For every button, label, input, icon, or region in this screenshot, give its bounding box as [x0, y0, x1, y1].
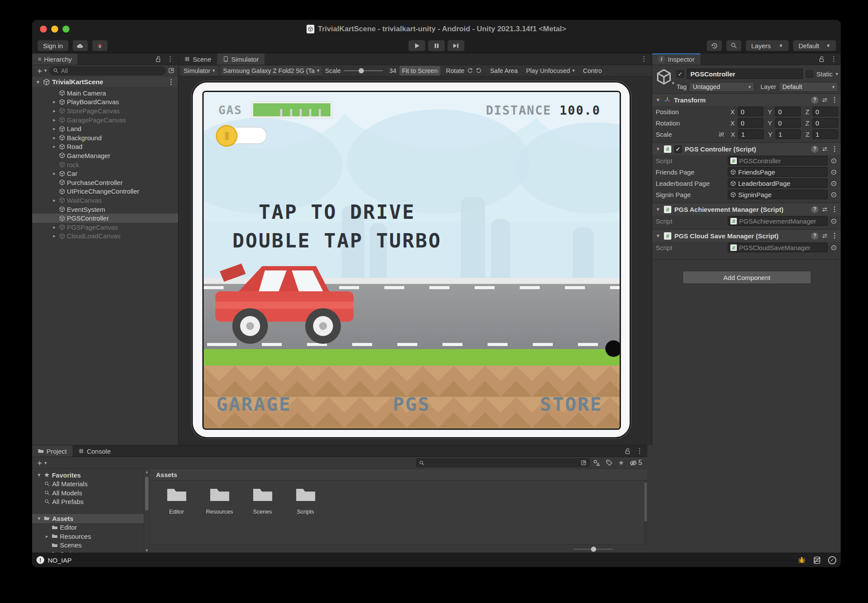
hierarchy-item[interactable]: ▸WaitCanvas — [32, 196, 178, 205]
assets-root-selected[interactable]: ▼ Assets — [32, 514, 144, 523]
layer-dropdown[interactable]: Default▾ — [779, 82, 838, 92]
scale-slider[interactable] — [344, 70, 383, 71]
expand-arrow-icon[interactable]: ▸ — [51, 233, 57, 239]
pause-button[interactable] — [428, 40, 445, 51]
scrollbar-thumb[interactable] — [145, 477, 149, 511]
expand-arrow-icon[interactable]: ▸ — [51, 108, 57, 114]
search-everywhere-button[interactable] — [726, 40, 742, 51]
rotation-z-field[interactable]: 0 — [812, 118, 838, 128]
label-filter-icon[interactable] — [606, 459, 613, 466]
presets-icon[interactable] — [822, 233, 828, 239]
pgs-button[interactable]: PGS — [393, 393, 431, 415]
hierarchy-item[interactable]: ▸PlayBoardCanvas — [32, 98, 178, 107]
foldout-icon[interactable]: ▼ — [656, 233, 661, 238]
create-asset-button[interactable]: ＋▾ — [36, 458, 47, 468]
presets-icon[interactable] — [822, 97, 828, 103]
create-gameobject-button[interactable]: ＋▾ — [36, 66, 47, 76]
project-search[interactable] — [416, 458, 590, 467]
rotation-y-field[interactable]: 0 — [775, 118, 801, 128]
hierarchy-item[interactable]: ▸UIPriceChangeController — [32, 187, 178, 196]
layers-dropdown[interactable]: Layers▼ — [746, 40, 789, 51]
cache-server-icon[interactable] — [813, 556, 821, 564]
favorites-item[interactable]: All Prefabs — [32, 498, 144, 507]
lock-icon[interactable] — [818, 56, 825, 63]
gameobject-name-field[interactable] — [687, 69, 803, 79]
constrain-proportions-icon[interactable] — [718, 131, 725, 138]
tab-hierarchy[interactable]: ≡ Hierarchy — [32, 53, 77, 65]
favorites-item[interactable]: All Materials — [32, 480, 144, 489]
component-header[interactable]: ▼ # PGS Achievement Manager (Script) ? ⋮ — [652, 203, 841, 215]
position-y-field[interactable]: 0 — [775, 107, 801, 116]
store-button[interactable]: STORE — [540, 393, 603, 415]
signin-page-field[interactable]: SigninPage — [728, 190, 828, 199]
panel-menu-icon[interactable]: ⋮ — [167, 56, 174, 63]
version-control-button[interactable] — [92, 40, 108, 51]
position-z-field[interactable]: 0 — [812, 107, 838, 116]
expand-arrow-icon[interactable]: ▸ — [51, 171, 57, 176]
foldout-icon[interactable]: ▼ — [656, 146, 661, 152]
lock-icon[interactable] — [155, 56, 162, 63]
expand-arrow-icon[interactable]: ▸ — [51, 198, 57, 203]
folder-tile[interactable]: Editor — [156, 484, 197, 515]
scene-root-row[interactable]: ▼ TrivialKartScene ⋮ — [32, 76, 178, 88]
device-dropdown[interactable]: Samsung Galaxy Z Fold2 5G (Ta▾ — [221, 66, 322, 76]
debugger-icon[interactable] — [798, 556, 806, 564]
hierarchy-item[interactable]: ▸GaragePageCanvas — [32, 115, 178, 125]
tree-folder[interactable]: ▸Resources — [32, 532, 144, 541]
simulator-viewport[interactable]: GAS DISTANCE 100.0 TAP TO DRIVE — [178, 77, 652, 445]
hierarchy-search-input[interactable] — [60, 67, 162, 75]
sign-in-button[interactable]: Sign in — [37, 40, 69, 51]
expand-arrow-icon[interactable]: ▸ — [51, 117, 57, 123]
foldout-icon[interactable]: ▼ — [36, 516, 42, 521]
component-menu-icon[interactable]: ⋮ — [831, 96, 838, 103]
hierarchy-item[interactable]: ▸StorePageCanvas — [32, 106, 178, 115]
tree-folder[interactable]: ▸Editor — [32, 523, 144, 532]
step-button[interactable] — [447, 40, 465, 51]
favorites-root[interactable]: ▼ ★ Favorites — [32, 471, 144, 480]
transform-header[interactable]: ▼ Transform ? ⋮ — [652, 94, 841, 106]
scale-z-field[interactable]: 1 — [812, 129, 838, 139]
folder-tile[interactable]: Scenes — [242, 484, 283, 515]
hierarchy-item-selected[interactable]: ▸PGSController — [32, 214, 178, 223]
thumbnail-size-slider[interactable] — [574, 549, 613, 550]
friends-page-field[interactable]: FriendsPage — [728, 167, 828, 177]
hierarchy-item[interactable]: ▸GameManager — [32, 151, 178, 160]
expand-arrow-icon[interactable]: ▸ — [51, 99, 57, 105]
coin-toggle[interactable] — [218, 127, 267, 144]
help-icon[interactable]: ? — [811, 96, 818, 104]
component-header[interactable]: ▼ # ✓ PGS Controller (Script) ? ⋮ — [652, 143, 841, 155]
gameobject-big-icon[interactable]: ▾ — [656, 69, 673, 86]
script-field[interactable]: #PGSCloudSaveManager — [728, 243, 828, 252]
presets-icon[interactable] — [822, 206, 828, 213]
foldout-icon[interactable]: ▼ — [36, 472, 42, 478]
undo-history-button[interactable] — [706, 40, 722, 51]
tag-dropdown[interactable]: Untagged▾ — [689, 82, 754, 92]
object-picker-icon[interactable]: ⊙ — [829, 243, 838, 252]
object-picker-icon[interactable]: ⊙ — [829, 168, 838, 177]
static-dropdown-icon[interactable]: ▾ — [835, 71, 838, 77]
expand-arrow-icon[interactable]: ▸ — [44, 534, 50, 539]
hierarchy-item[interactable]: ▸Main Camera — [32, 89, 178, 98]
object-picker-icon[interactable]: ⊙ — [829, 156, 838, 165]
scene-menu-icon[interactable]: ⋮ — [168, 79, 175, 86]
favorites-item[interactable]: All Models — [32, 488, 144, 498]
folder-tile[interactable]: Scripts — [285, 484, 326, 515]
assets-scrollbar[interactable] — [644, 481, 647, 544]
scrollbar-thumb[interactable] — [644, 482, 647, 521]
play-unfocused-dropdown[interactable]: Play Unfocused▾ — [523, 66, 577, 76]
scroll-down-arrow[interactable]: ▼ — [144, 548, 149, 553]
component-menu-icon[interactable]: ⋮ — [831, 206, 838, 213]
hierarchy-item[interactable]: ▸Car — [32, 169, 178, 178]
hierarchy-item[interactable]: ▸PurchaseController — [32, 178, 178, 187]
hierarchy-item[interactable]: ▸CloudLoadCanvas — [32, 232, 178, 241]
expand-arrow-icon[interactable]: ▸ — [51, 126, 57, 132]
script-field[interactable]: #PGSAchievementManager — [728, 216, 828, 226]
rotation-x-field[interactable]: 0 — [738, 118, 763, 128]
help-icon[interactable]: ? — [811, 232, 818, 240]
cloud-services-button[interactable] — [73, 40, 88, 51]
foldout-icon[interactable]: ▼ — [656, 97, 661, 102]
play-button[interactable] — [408, 40, 426, 51]
component-enabled-checkbox[interactable]: ✓ — [674, 145, 682, 153]
tab-scene[interactable]: Scene — [178, 53, 217, 65]
component-menu-icon[interactable]: ⋮ — [831, 232, 838, 239]
